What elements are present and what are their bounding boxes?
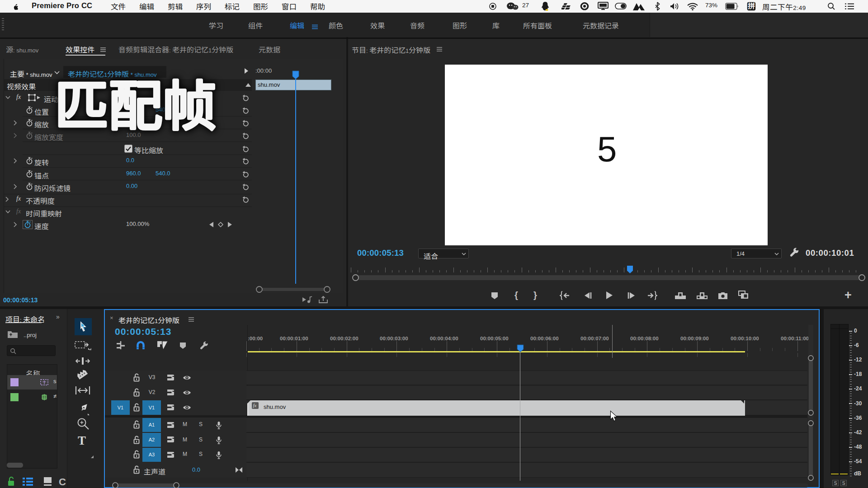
svg-text:匹配帧: 匹配帧 xyxy=(55,63,217,141)
svg-text:拼: 拼 xyxy=(748,2,755,11)
